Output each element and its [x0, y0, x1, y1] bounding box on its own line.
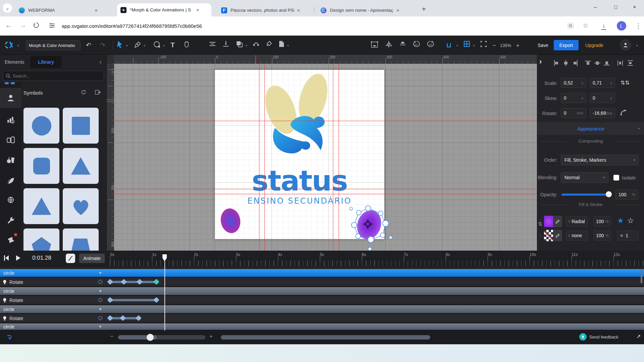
- close-icon[interactable]: ×: [396, 7, 399, 13]
- animate-button[interactable]: Animate: [79, 254, 105, 263]
- project-title-input[interactable]: [26, 40, 81, 50]
- distribute-h-button[interactable]: [616, 59, 624, 67]
- collapse-track-caret[interactable]: ▾: [99, 289, 101, 293]
- align-right-button[interactable]: [572, 59, 579, 67]
- zoom-level[interactable]: 135%: [500, 43, 511, 48]
- keyframe-diamond[interactable]: [121, 279, 127, 285]
- snap-toggle-button[interactable]: ⊔: [446, 41, 451, 49]
- symbol-triangle-2[interactable]: [23, 188, 59, 224]
- flip-horizontal-button[interactable]: [385, 40, 392, 48]
- back-button[interactable]: ←: [5, 21, 12, 29]
- timeline-zoom-slider[interactable]: [118, 335, 205, 340]
- select-tool-button[interactable]: [117, 41, 123, 50]
- track-circle-2[interactable]: circle ▾: [0, 287, 644, 296]
- translate-icon[interactable]: G: [567, 22, 574, 29]
- close-icon[interactable]: ×: [297, 7, 300, 13]
- skew-y-input[interactable]: 0y: [590, 93, 615, 103]
- keyframe-diamond[interactable]: [107, 297, 113, 303]
- align-bottom-button[interactable]: [222, 40, 230, 48]
- opacity-input[interactable]: 100%: [615, 190, 638, 200]
- guide-horizontal[interactable]: [114, 194, 537, 194]
- browser-menu-button[interactable]: ⋮: [635, 22, 642, 30]
- tab-svgator-active[interactable]: *Morph & Color Animations | S ×: [117, 3, 211, 16]
- stroke-width-box[interactable]: ≡1: [617, 230, 639, 241]
- align-center-button[interactable]: [209, 40, 216, 48]
- add-keyframe-button[interactable]: [98, 279, 103, 284]
- track-rotate-3[interactable]: Rotate: [0, 314, 644, 323]
- skip-to-start-button[interactable]: [3, 255, 9, 263]
- stroke-type-box[interactable]: #none: [566, 230, 588, 241]
- keyframe-diamond[interactable]: [107, 279, 113, 285]
- site-settings-button[interactable]: [49, 22, 55, 30]
- close-icon[interactable]: ×: [196, 7, 199, 13]
- reload-button[interactable]: [33, 22, 40, 30]
- category-tools[interactable]: [0, 211, 21, 230]
- guide-horizontal[interactable]: [114, 189, 537, 189]
- play-button[interactable]: [15, 255, 21, 263]
- keyframe-diamond[interactable]: [120, 315, 126, 321]
- collapse-track-caret[interactable]: ▾: [99, 271, 101, 275]
- tab-search-button[interactable]: ⌄: [3, 3, 12, 13]
- align-left-button[interactable]: [553, 59, 560, 67]
- upgrade-button[interactable]: Upgrade: [585, 43, 603, 48]
- hand-tool-button[interactable]: [183, 41, 191, 50]
- symbol-trapezoid[interactable]: [63, 228, 99, 251]
- add-keyframe-button[interactable]: [98, 316, 103, 320]
- fill-type-box[interactable]: #Radial: [566, 216, 588, 226]
- text-tool-button[interactable]: T: [170, 41, 175, 49]
- logo-swoosh[interactable]: [269, 113, 330, 157]
- opacity-slider[interactable]: [561, 194, 610, 196]
- artboard[interactable]: status ENSINO SECUNDÁRIO: [215, 70, 384, 239]
- horizontal-ruler[interactable]: -1000100200300400500: [114, 55, 537, 64]
- fill-color-swatch[interactable]: [544, 216, 553, 227]
- link-scale-button[interactable]: ⇅⇅: [621, 80, 630, 86]
- keyframe-lane[interactable]: [107, 278, 644, 286]
- expand-timeline-button[interactable]: ↗: [636, 333, 641, 340]
- distribute-v-button[interactable]: [627, 59, 634, 67]
- logo-menu-caret[interactable]: ▾: [17, 44, 19, 47]
- shape-tool-caret[interactable]: ▾: [163, 44, 165, 47]
- guide-vertical[interactable]: [333, 64, 333, 251]
- category-tickets[interactable]: [0, 230, 21, 249]
- blending-dropdown[interactable]: Normal▾: [561, 172, 608, 183]
- tab-webforma[interactable]: WEBFORMA ×: [15, 4, 111, 16]
- keyframe-diamond[interactable]: [153, 279, 159, 285]
- keyframe-lane[interactable]: [107, 296, 644, 304]
- collapse-track-caret[interactable]: ▾: [99, 307, 101, 311]
- add-keyframe-button[interactable]: [98, 298, 103, 302]
- category-food[interactable]: [0, 151, 21, 169]
- guide-horizontal[interactable]: [114, 121, 537, 121]
- grid-caret[interactable]: ▾: [473, 44, 475, 47]
- symbol-square[interactable]: [63, 108, 99, 144]
- library-search[interactable]: [3, 71, 104, 81]
- save-button[interactable]: Save: [538, 43, 548, 48]
- tab-freepik[interactable]: F Páscoa vectors, photos and PSD ×: [218, 4, 311, 16]
- keyframe-diamond[interactable]: [137, 279, 142, 285]
- collapse-track-caret[interactable]: ▾: [99, 324, 101, 329]
- track-circle-1[interactable]: circle ▾: [0, 269, 644, 277]
- timeline-zoom-in[interactable]: +: [209, 333, 213, 340]
- rotate-cw-button[interactable]: 90: [426, 40, 434, 48]
- url-text[interactable]: app.svgator.com/editor#/a977267414f24f66…: [62, 23, 202, 29]
- account-caret[interactable]: ▾: [636, 44, 638, 47]
- logo-title[interactable]: status: [215, 164, 384, 197]
- category-people[interactable]: [0, 89, 21, 107]
- fill-favorite-outline-button[interactable]: ☆: [627, 216, 634, 225]
- account-avatar[interactable]: [620, 40, 631, 50]
- align-center-h-button[interactable]: [562, 59, 569, 67]
- open-symbols-button[interactable]: [95, 89, 101, 97]
- rotate-turn-input[interactable]: 0turn: [561, 108, 586, 118]
- fill-tool-button[interactable]: [265, 40, 273, 48]
- appearance-section-toggle[interactable]: Appearance ▾: [537, 122, 644, 135]
- align-middle-button[interactable]: [594, 59, 601, 67]
- window-close-button[interactable]: ×: [627, 0, 642, 13]
- swap-fill-stroke-button[interactable]: ⇅: [538, 221, 542, 227]
- guide-vertical[interactable]: [259, 64, 259, 251]
- undo-button[interactable]: ↶: [86, 41, 91, 49]
- track-circle-4[interactable]: circle ▾: [0, 323, 644, 330]
- window-maximize-button[interactable]: □: [608, 0, 623, 13]
- symbol-rounded-square[interactable]: [23, 148, 59, 184]
- snap-caret[interactable]: ▾: [456, 44, 458, 47]
- redo-button[interactable]: ↷: [100, 41, 105, 49]
- guide-vertical[interactable]: [339, 64, 339, 251]
